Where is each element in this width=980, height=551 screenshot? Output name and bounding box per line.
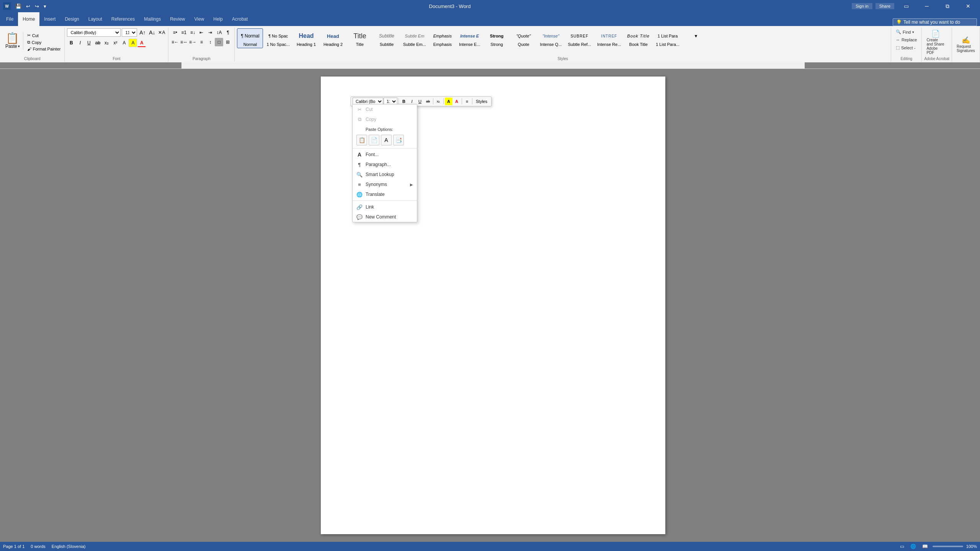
tab-layout[interactable]: Layout — [84, 12, 107, 26]
align-center-btn[interactable]: ≡↔ — [180, 38, 188, 46]
tab-home[interactable]: Home — [18, 12, 39, 26]
ctx-new-comment[interactable]: 💬 New Comment — [353, 212, 417, 222]
sign-in-btn[interactable]: Sign in — [852, 3, 872, 9]
subscript-btn[interactable]: x₂ — [102, 39, 111, 47]
ft-font-color-btn[interactable]: A — [453, 98, 461, 105]
italic-btn[interactable]: I — [76, 39, 84, 47]
tab-help[interactable]: Help — [209, 12, 227, 26]
highlight-btn[interactable]: A — [129, 39, 137, 47]
undo-btn[interactable]: ↩ — [24, 3, 32, 10]
font-name-select[interactable]: Calibri (Body) — [67, 28, 121, 37]
tab-view[interactable]: View — [190, 12, 209, 26]
font-size-select[interactable]: 11 — [122, 28, 137, 37]
ft-bullet-btn[interactable]: ≡ — [463, 98, 471, 105]
format-painter-button[interactable]: 🖌 Format Painter — [26, 46, 62, 52]
line-spacing-btn[interactable]: ↕ — [206, 38, 214, 46]
shading-btn[interactable]: □ — [215, 38, 223, 46]
style-item-subtle-em[interactable]: Subtle Em Subtle Em... — [400, 28, 429, 48]
numbered-list-btn[interactable]: ≡1 — [180, 28, 188, 37]
ctx-paragraph[interactable]: ¶ Paragraph... — [353, 160, 417, 170]
clear-format-btn[interactable]: ✕A — [157, 28, 166, 37]
customize-btn[interactable]: ▾ — [42, 3, 48, 10]
strikethrough-btn[interactable]: ab — [93, 39, 102, 47]
style-item-quote[interactable]: "Quote" Quote — [511, 28, 537, 48]
style-item-title[interactable]: Title Title — [347, 28, 373, 48]
tab-file[interactable]: File — [2, 12, 18, 26]
share-btn[interactable]: Share — [875, 3, 894, 9]
replace-button[interactable]: ↔ Replace — [893, 36, 919, 43]
tab-acrobat[interactable]: Acrobat — [227, 12, 252, 26]
web-layout-btn[interactable]: 🌐 — [909, 543, 918, 550]
redo-btn[interactable]: ↪ — [33, 3, 41, 10]
find-button[interactable]: 🔍 Find ▾ — [893, 28, 916, 36]
ribbon-display-btn[interactable]: ▭ — [897, 0, 915, 12]
styles-more-btn[interactable]: ▼ — [683, 28, 709, 48]
underline-btn[interactable]: U — [85, 39, 93, 47]
tab-design[interactable]: Design — [60, 12, 83, 26]
style-item-intense-q[interactable]: "Intense" Intense Q... — [537, 28, 565, 48]
style-item-emphasis[interactable]: Emphasis Emphasis — [430, 28, 456, 48]
paste-dropdown-arrow[interactable]: ▾ — [18, 44, 20, 48]
document-scroll-area[interactable]: Calibri (Bo 11 B I U ab x₂ A A — [6, 69, 980, 542]
border-btn[interactable]: ⊞ — [224, 38, 232, 46]
bold-btn[interactable]: B — [67, 39, 75, 47]
copy-button[interactable]: ⧉ Copy — [26, 39, 62, 46]
style-item-strong[interactable]: Strong Strong — [484, 28, 510, 48]
tab-insert[interactable]: Insert — [39, 12, 60, 26]
ctx-paste-special[interactable]: 📑 — [393, 135, 404, 145]
style-item-heading2[interactable]: Head Heading 2 — [320, 28, 346, 48]
style-item-normal[interactable]: ¶ Normal Normal — [237, 28, 263, 48]
restore-btn[interactable]: ⧉ — [939, 0, 956, 12]
bullet-list-btn[interactable]: ≡• — [171, 28, 179, 37]
font-color-btn[interactable]: A — [137, 39, 146, 47]
style-item-list-para[interactable]: 1 List Para 1 List Para... — [653, 28, 682, 48]
ctx-font[interactable]: A Font... — [353, 150, 417, 160]
ft-strikethrough-btn[interactable]: ab — [424, 98, 432, 105]
tell-me-box[interactable]: 💡 Tell me what you want to do — [893, 18, 977, 26]
justify-btn[interactable]: ≡ — [197, 38, 206, 46]
increase-font-btn[interactable]: A↑ — [138, 28, 147, 37]
tab-references[interactable]: References — [107, 12, 139, 26]
sort-btn[interactable]: ↕A — [215, 28, 223, 37]
save-btn[interactable]: 💾 — [14, 3, 23, 10]
decrease-font-btn[interactable]: A↓ — [148, 28, 156, 37]
select-button[interactable]: ⬚ Select - — [893, 44, 918, 51]
ft-highlight-btn[interactable]: A — [445, 98, 452, 105]
ft-styles-btn[interactable]: Styles — [474, 99, 490, 104]
ctx-link[interactable]: 🔗 Link — [353, 202, 417, 212]
align-right-btn[interactable]: ≡→ — [188, 38, 197, 46]
style-item-subtitle[interactable]: Subtitle Subtitle — [374, 28, 400, 48]
tab-review[interactable]: Review — [165, 12, 189, 26]
paste-button[interactable]: 📋 Paste ▾ — [2, 32, 23, 50]
ctx-translate[interactable]: 🌐 Translate — [353, 189, 417, 199]
ctx-cut[interactable]: ✂ Cut — [353, 104, 417, 114]
read-mode-btn[interactable]: 📖 — [921, 543, 929, 550]
create-share-pdf-btn[interactable]: 📄 Create and Share Adobe PDF — [924, 28, 947, 56]
style-item-intense-re[interactable]: IntRef Intense Re... — [595, 28, 624, 48]
request-signatures-btn[interactable]: ✍ Request Signatures — [954, 35, 977, 54]
style-item-heading1[interactable]: Head Heading 1 — [293, 28, 319, 48]
style-item-intense-e[interactable]: Intense E Intense E... — [456, 28, 483, 48]
ctx-paste-keep-text[interactable]: A — [381, 135, 392, 145]
ctx-paste-merge-format[interactable]: 📄 — [369, 135, 379, 145]
style-item-subtle-ref[interactable]: SubRef Subtle Ref... — [565, 28, 594, 48]
tab-mailings[interactable]: Mailings — [139, 12, 165, 26]
ctx-copy[interactable]: ⧉ Copy — [353, 114, 417, 124]
show-formatting-btn[interactable]: ¶ — [224, 28, 232, 37]
ctx-paste-keep-source[interactable]: 📋 — [356, 135, 367, 145]
ctx-synonyms[interactable]: ≡ Synonyms ▶ — [353, 179, 417, 189]
style-item-no-spacing[interactable]: ¶ No Spac 1 No Spac... — [264, 28, 292, 48]
ctx-smart-lookup[interactable]: 🔍 Smart Lookup — [353, 170, 417, 179]
zoom-slider[interactable] — [933, 546, 963, 547]
cut-button[interactable]: ✂ Cut — [26, 32, 62, 39]
ft-subscript-btn[interactable]: x₂ — [434, 98, 442, 105]
text-effects-btn[interactable]: A — [120, 39, 128, 47]
ft-underline-btn[interactable]: U — [416, 98, 424, 105]
close-btn[interactable]: ✕ — [959, 0, 977, 12]
document-page[interactable]: Calibri (Bo 11 B I U ab x₂ A A — [321, 77, 665, 534]
find-arrow[interactable]: ▾ — [912, 30, 914, 34]
decrease-indent-btn[interactable]: ⇤ — [197, 28, 206, 37]
minimize-btn[interactable]: ─ — [918, 0, 936, 12]
multilevel-list-btn[interactable]: ≡↓ — [188, 28, 197, 37]
style-item-book-title[interactable]: Book Title Book Title — [624, 28, 652, 48]
